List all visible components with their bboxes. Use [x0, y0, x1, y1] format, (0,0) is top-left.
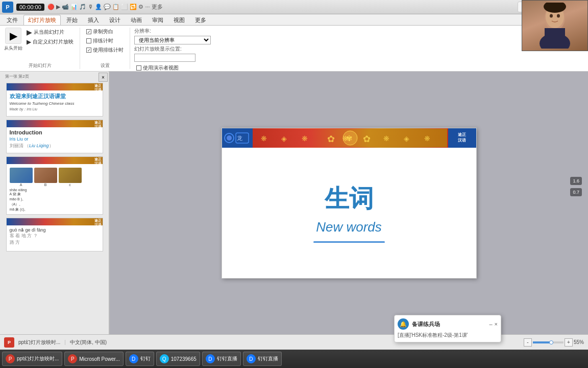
tab-wenjian[interactable]: 文件: [2, 15, 22, 25]
vol-display-1: 1.6: [570, 177, 582, 185]
slide-divider: [313, 241, 385, 243]
tab-shenyue[interactable]: 审阅: [148, 15, 168, 25]
taskbar-btn-dingtalk1[interactable]: D 钉钉: [126, 352, 154, 366]
tab-gengduo[interactable]: 更多: [190, 15, 211, 25]
main-layout: × 第一张 第2页 途正汉语 欢迎来到途正汉语课堂 Welcome to Tuz…: [0, 72, 588, 334]
slide-thumb-3[interactable]: 途正汉语 A B c: [6, 156, 103, 215]
presenter-view-chk[interactable]: [136, 65, 141, 71]
slide2-header: 途正汉语: [7, 120, 103, 127]
slide-panel: × 第一张 第2页 途正汉语 欢迎来到途正汉语课堂 Welcome to Tuz…: [0, 72, 110, 334]
presenter-view-row[interactable]: 使用演示者视图: [134, 64, 211, 72]
taskbar-btn-live2[interactable]: D 钉钉直播: [243, 352, 282, 366]
svg-text:◈: ◈: [404, 134, 409, 143]
presenter-view-label: 使用演示者视图: [143, 64, 179, 72]
slide3-lbl-c: c: [69, 183, 71, 187]
tab-sheji[interactable]: 插入: [83, 15, 104, 25]
slide2-line2: 刘丽清 （Liu Liqing）: [10, 143, 100, 149]
svg-text:❋: ❋: [302, 134, 308, 143]
custom-slideshow-btn[interactable]: ▶ 自定义幻灯片放映: [24, 38, 76, 46]
use-timing-chk[interactable]: [86, 48, 91, 53]
svg-text:❋: ❋: [261, 134, 267, 143]
ornament-left-svg: 龙: [223, 129, 251, 147]
notif-min-btn[interactable]: –: [489, 321, 492, 327]
zoom-in-btn[interactable]: +: [565, 338, 573, 347]
slide3-img-a: [10, 168, 33, 183]
zoom-slider[interactable]: [533, 341, 564, 343]
slide-canvas: 龙: [222, 128, 477, 279]
rehearse-timing-row[interactable]: 排练计时: [84, 37, 126, 45]
webcam-person-icon: [534, 3, 575, 49]
slide-label-1: 第一张 第2页: [0, 72, 109, 80]
zoom-slider-thumb: [549, 340, 553, 344]
slide1-title: 欢迎来到途正汉语课堂: [10, 93, 100, 100]
use-timing-row[interactable]: 使用排练计时: [84, 46, 126, 54]
svg-point-9: [227, 135, 232, 141]
tab-huadengpian[interactable]: 动画: [126, 15, 146, 25]
slide-panel-close-btn[interactable]: ×: [99, 73, 108, 82]
tab-donghua[interactable]: 设计: [105, 15, 125, 25]
svg-text:◈: ◈: [281, 134, 287, 143]
side-controls: 1.6 0.7: [570, 177, 582, 196]
status-slide-info: ppt幻灯片放映时...: [18, 339, 60, 346]
ornament-left: 龙: [222, 128, 253, 148]
main-content: 龙: [110, 72, 588, 334]
taskbar-btn-ppt2[interactable]: P Microsoft Power...: [64, 352, 123, 366]
rehearse-timing-chk[interactable]: [86, 38, 91, 43]
ribbon-content: ▶ 从头开始 ▶ 从当前幻灯片 ▶ 自定义幻灯片放映 开始幻灯片 录: [0, 26, 588, 72]
slide-chinese-title: 生词: [325, 182, 374, 215]
rehearse-timing-label: 排练计时: [93, 37, 113, 44]
slide4-logo: 途正汉语: [94, 219, 102, 226]
svg-text:✿: ✿: [363, 134, 371, 144]
notif-icon: 🔔: [398, 318, 409, 330]
slide-thumb-2[interactable]: 途正汉语 Introduction Iris Liu or 刘丽清 （Liu L…: [6, 120, 103, 153]
ribbon-group-settings: 录制旁白 排练计时 使用排练计时 设置: [84, 28, 130, 69]
tab-charu[interactable]: 开始: [62, 15, 82, 25]
slide-thumb-1[interactable]: 途正汉语 欢迎来到途正汉语课堂 Welcome to Tuzheng Chine…: [6, 83, 103, 117]
svg-text:✿: ✿: [327, 134, 335, 144]
ribbon-group-start: ▶ 从头开始 ▶ 从当前幻灯片 ▶ 自定义幻灯片放映 开始幻灯片: [4, 28, 80, 69]
ornament-band: 龙: [222, 128, 476, 148]
tab-kaishi[interactable]: 幻灯片放映: [23, 15, 61, 25]
taskbar-label-live1: 钉钉直播: [217, 355, 237, 362]
zoom-out-btn[interactable]: -: [524, 338, 532, 347]
slide3-content: A B c shāo xiāng A 烧 象 māo B )。 （A）。: [7, 164, 103, 214]
taskbar-icon-live2: D: [247, 354, 256, 363]
svg-point-4: [550, 14, 553, 18]
svg-rect-3: [545, 28, 565, 46]
zoom-control: - + 55%: [524, 338, 584, 347]
notif-header: 🔔 备课练兵场 – ×: [398, 318, 498, 330]
status-separator: |: [64, 339, 66, 345]
from-current-btn[interactable]: ▶ 从当前幻灯片: [24, 28, 76, 37]
slide3-header: 途正汉语: [7, 157, 103, 164]
slide-thumb-4[interactable]: 途正汉语 guò nǎ ge dì fāng 客 着 地 方 ？ 路 方: [6, 218, 103, 251]
slide2-line1: Iris Liu or: [10, 136, 100, 142]
tab-shitu[interactable]: 视图: [169, 15, 189, 25]
taskbar-btn-ppt1[interactable]: P ppt幻灯片放映时...: [2, 352, 62, 366]
slide1-credit: Made by：Iris Liu: [10, 107, 100, 112]
resolution-select[interactable]: 使用当前分辨率: [134, 36, 211, 44]
slide1-content: 欢迎来到途正汉语课堂 Welcome to Tuzheng Chinese cl…: [7, 90, 103, 116]
record-narration-label: 录制旁白: [93, 28, 113, 35]
slide-english-title: New words: [316, 219, 382, 235]
slide2-content: Introduction Iris Liu or 刘丽清 （Liu Liqing…: [7, 127, 103, 153]
slide3-img-b: [34, 168, 57, 183]
display-input[interactable]: [134, 54, 195, 62]
svg-text:❋: ❋: [383, 134, 389, 143]
slide4-line3: 路 方: [10, 239, 100, 246]
taskbar-icon-ding1: D: [129, 354, 138, 363]
slide3-images: A B c: [10, 168, 100, 187]
taskbar-btn-qq[interactable]: Q 107239665: [156, 352, 200, 366]
slide4-line2: 客 着 地 方 ？: [10, 233, 100, 239]
from-start-btn[interactable]: ▶: [5, 28, 21, 44]
record-narration-row[interactable]: 录制旁白: [84, 28, 126, 36]
top-bar: P 00:00:00 🔴 ▶ 📹 📊 🎵 🎙 👤 💬 📋 ⬜ 🔁 ⚙ ··· 更…: [0, 0, 588, 14]
resolution-row: 分辨率:: [134, 28, 211, 35]
record-narration-chk[interactable]: [86, 29, 91, 34]
toolbar-icons: 🔴 ▶ 📹 📊 🎵 🎙 👤 💬 📋 ⬜ 🔁 ⚙ ··· 更多: [47, 3, 163, 11]
slide3-lbl-a: A: [20, 183, 22, 187]
taskbar-icon-qq: Q: [160, 354, 169, 363]
taskbar-btn-live1[interactable]: D 钉钉直播: [202, 352, 241, 366]
display-label: 幻灯片放映显示位置:: [134, 45, 182, 53]
notif-close-btn[interactable]: ×: [495, 321, 498, 327]
group2-title: 设置: [84, 61, 126, 69]
